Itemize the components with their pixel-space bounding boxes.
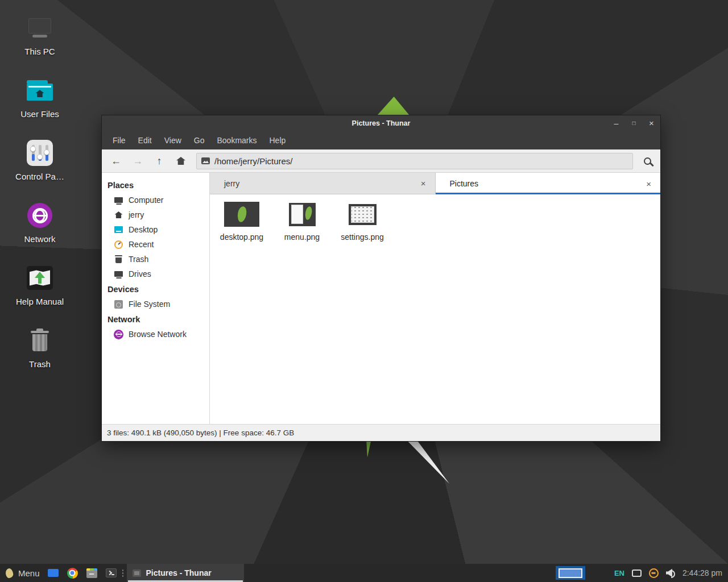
launcher-bar xyxy=(48,564,117,582)
menu-view[interactable]: View xyxy=(158,131,188,149)
file-manager-icon[interactable] xyxy=(86,568,97,578)
sidebar-item-label: Drives xyxy=(129,269,151,278)
wallpaper-mint-logo-tip xyxy=(377,97,410,115)
sidebar-item-browse-network[interactable]: Browse Network xyxy=(102,327,209,342)
menu-file[interactable]: File xyxy=(106,131,132,149)
forward-icon[interactable]: → xyxy=(127,152,148,170)
sidebar-item-desktop[interactable]: Desktop xyxy=(102,222,209,237)
sidebar-item-recent[interactable]: Recent xyxy=(102,237,209,252)
sidebar-item-label: jerry xyxy=(129,210,144,219)
pictures-location-icon xyxy=(201,157,210,164)
desktop-icon-column: This PC User Files Control Pa… Network xyxy=(10,11,69,386)
desktop-icon-network[interactable]: Network xyxy=(10,199,69,261)
mint-logo-icon xyxy=(5,568,14,579)
home-button[interactable] xyxy=(170,152,192,170)
desktop-icon-help-manual[interactable]: Help Manual xyxy=(10,261,69,324)
update-manager-icon[interactable] xyxy=(649,568,659,578)
desktop-icon xyxy=(114,225,123,235)
file-menu-png[interactable]: menu.png xyxy=(275,200,329,242)
sidebar-item-drives[interactable]: Drives xyxy=(102,267,209,281)
tab-bar: jerry × Pictures × xyxy=(210,173,660,194)
taskbar-window-label: Pictures - Thunar xyxy=(146,568,212,577)
trash-icon xyxy=(114,255,123,264)
keyboard-layout-indicator[interactable]: EN xyxy=(614,569,624,577)
thunar-task-icon xyxy=(133,569,141,577)
tab-pictures[interactable]: Pictures × xyxy=(436,173,661,194)
sidebar-item-computer[interactable]: Computer xyxy=(102,193,209,207)
control-panel-icon xyxy=(27,140,53,166)
menu-bookmarks[interactable]: Bookmarks xyxy=(210,131,263,149)
sidebar-item-jerry[interactable]: jerry xyxy=(102,207,209,222)
desktop-icon-label: User Files xyxy=(20,109,59,119)
maximize-icon[interactable]: □ xyxy=(625,115,643,131)
tab-close-icon[interactable]: × xyxy=(644,179,653,189)
toolbar: ← → ↑ /home/jerry/Pictures/ xyxy=(102,149,660,173)
back-icon[interactable]: ← xyxy=(105,152,127,170)
menu-edit[interactable]: Edit xyxy=(132,131,158,149)
trash-can-icon xyxy=(30,329,50,352)
screen: This PC User Files Control Pa… Network xyxy=(0,0,728,582)
tab-jerry[interactable]: jerry × xyxy=(210,173,436,194)
menu-go[interactable]: Go xyxy=(188,131,211,149)
computer-icon xyxy=(114,196,123,205)
taskbar: Menu Pictures - Thunar EN 2:44:28 pm xyxy=(0,564,728,582)
sidebar: Places Computer jerry Desktop Recent xyxy=(102,173,210,424)
path-bar[interactable]: /home/jerry/Pictures/ xyxy=(196,153,633,169)
file-desktop-png[interactable]: desktop.png xyxy=(214,200,269,242)
sidebar-header-devices: Devices xyxy=(102,281,209,297)
desktop-icon-label: Network xyxy=(24,234,55,244)
display-tray-icon[interactable] xyxy=(632,569,642,577)
system-tray: EN 2:44:28 pm xyxy=(556,566,728,580)
sidebar-item-label: File System xyxy=(129,300,170,309)
desktop-icon-label: This PC xyxy=(24,47,55,56)
network-globe-icon xyxy=(27,203,52,228)
home-icon xyxy=(176,157,185,165)
menubar: File Edit View Go Bookmarks Help xyxy=(102,131,660,149)
network-globe-icon xyxy=(114,330,123,339)
sidebar-item-trash[interactable]: Trash xyxy=(102,252,209,267)
file-name: settings.png xyxy=(341,232,384,242)
workspace-1[interactable] xyxy=(559,568,582,578)
search-button[interactable] xyxy=(638,152,657,170)
sidebar-item-file-system[interactable]: File System xyxy=(102,297,209,311)
status-text: 3 files: 490.1 kB (490,050 bytes) | Free… xyxy=(107,429,294,437)
desktop-icon-label: Help Manual xyxy=(16,297,64,306)
desktop-icon-control-panel[interactable]: Control Pa… xyxy=(10,136,69,199)
main-pane: jerry × Pictures × desktop.png xyxy=(210,173,660,424)
up-icon[interactable]: ↑ xyxy=(148,152,170,170)
show-desktop-icon[interactable] xyxy=(48,569,59,577)
image-thumbnail xyxy=(349,204,377,225)
file-name: desktop.png xyxy=(220,232,263,242)
minimize-icon[interactable]: – xyxy=(607,115,625,131)
terminal-icon[interactable] xyxy=(106,568,117,577)
filesystem-disk-icon xyxy=(114,300,123,309)
tab-close-icon[interactable]: × xyxy=(419,178,428,188)
desktop-icon-trash[interactable]: Trash xyxy=(10,324,69,386)
menu-help[interactable]: Help xyxy=(263,131,292,149)
file-name: menu.png xyxy=(284,232,320,242)
taskbar-window-button[interactable]: Pictures - Thunar xyxy=(127,564,244,582)
desktop-icon-label: Control Pa… xyxy=(15,172,64,181)
window-titlebar[interactable]: Pictures - Thunar – □ × xyxy=(102,115,660,131)
user-files-folder-icon xyxy=(27,80,53,101)
recent-clock-icon xyxy=(114,240,123,250)
search-icon xyxy=(644,157,651,165)
volume-icon[interactable] xyxy=(666,569,675,577)
desktop-icon-this-pc[interactable]: This PC xyxy=(10,11,69,74)
menu-button[interactable]: Menu xyxy=(0,564,47,582)
chrome-browser-icon[interactable] xyxy=(67,568,78,579)
workspace-switcher[interactable] xyxy=(556,566,585,580)
sidebar-item-label: Desktop xyxy=(129,225,158,234)
clock[interactable]: 2:44:28 pm xyxy=(682,568,722,577)
window-list-handle-icon[interactable] xyxy=(122,569,124,577)
sidebar-item-label: Recent xyxy=(129,240,154,249)
sidebar-item-label: Computer xyxy=(129,196,163,205)
desktop-icon-user-files[interactable]: User Files xyxy=(10,74,69,136)
menu-button-label: Menu xyxy=(18,568,40,578)
desktop-icon-label: Trash xyxy=(29,359,51,369)
tab-label: Pictures xyxy=(450,179,479,188)
file-view[interactable]: desktop.png menu.png settings.png xyxy=(210,194,660,424)
tab-label: jerry xyxy=(224,179,239,188)
close-icon[interactable]: × xyxy=(643,115,660,131)
file-settings-png[interactable]: settings.png xyxy=(335,200,390,242)
